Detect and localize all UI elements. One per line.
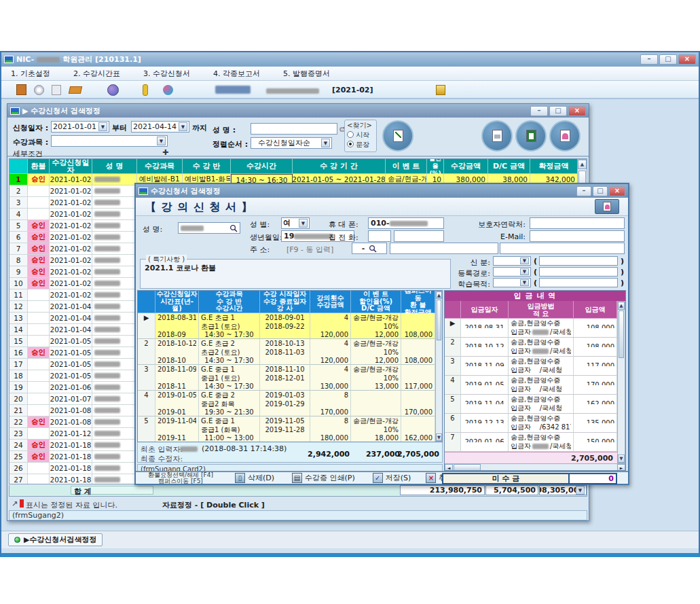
id-field-combo[interactable]: ▼ [493, 278, 531, 287]
postcode-input[interactable]: - [352, 243, 387, 254]
row-number[interactable]: 4 [10, 209, 28, 220]
blurred-student-name[interactable] [92, 266, 137, 278]
payments-cell-sel[interactable]: 3 [445, 357, 461, 376]
print-cert-button[interactable]: ▤수강증 인쇄(P) [292, 473, 355, 483]
row-number[interactable]: 25 [10, 451, 28, 463]
date-from-combo[interactable]: 2021-01-01▼ [51, 121, 109, 132]
enroll-grid-cell-c6[interactable]: 170,000 [401, 391, 435, 416]
enroll-grid-cell-c4[interactable]: 4120,000 [310, 339, 351, 365]
main-grid-header-cell[interactable]: 성 명 [92, 159, 137, 174]
blurred-student-name[interactable] [92, 185, 137, 197]
main-grid-cell-refund[interactable]: 승인 [28, 220, 50, 232]
row-number[interactable]: 6 [10, 232, 28, 243]
main-grid-cell-date[interactable]: 2021-01-04 [50, 301, 92, 313]
row-number[interactable]: 14 [10, 324, 28, 336]
blurred-student-name[interactable] [92, 440, 137, 451]
payments-cell-m[interactable]: 송금,현금영수증입금자/국세청 [509, 338, 574, 357]
main-grid-cell-refund[interactable]: 승인 [28, 451, 50, 463]
menu-item-1[interactable]: 1. 기초설정 [11, 69, 50, 79]
enroll-grid-cell-c1[interactable]: 2019-01-052019-01 [155, 391, 199, 416]
payments-cell-sel[interactable]: ▶ [445, 319, 461, 338]
payments-cell-date[interactable]: 2020-01-06 [461, 433, 509, 452]
blurred-student-name[interactable] [92, 347, 137, 359]
main-grid-cell-date[interactable]: 2021-01-18 [50, 440, 92, 451]
main-grid-cell-date[interactable]: 2021-01-04 [50, 324, 92, 336]
row-number[interactable]: 27 [10, 474, 28, 484]
main-grid-cell-date[interactable]: 2021-01-02 [50, 289, 92, 301]
address-input-1[interactable] [390, 243, 498, 254]
book-icon[interactable] [16, 84, 26, 95]
enroll-grid-cell-sel[interactable]: 5 [138, 416, 155, 442]
popup-close-button[interactable]: × [609, 186, 625, 196]
row-number[interactable]: 17 [10, 359, 28, 370]
payments-scrollbar[interactable]: ▲ ▼ [617, 301, 625, 463]
enroll-grid-cell-c3[interactable]: 2019-11-052019-11-28 [260, 416, 310, 442]
payments-cell-m[interactable]: 송금,현금영수증입금자 /국세청 [509, 376, 574, 395]
main-grid-cell-date[interactable]: 2021-01-05 [50, 359, 92, 370]
search-window-titlebar[interactable]: ▶ 수강신청서 검색정정 – □ × [7, 104, 589, 118]
payments-cell-amt[interactable]: 117,000 [574, 357, 617, 376]
refund-toggle-label[interactable]: 환불요청선택/해제 [F4]캠퍼스이동 [F5] [136, 472, 225, 484]
main-grid-cell-refund[interactable] [28, 301, 50, 313]
payments-cell-date[interactable]: 2018-08-31 [461, 319, 509, 338]
main-grid-cell-refund[interactable] [28, 324, 50, 336]
enroll-grid-cell-c6[interactable]: 108,000 [401, 339, 435, 365]
row-number[interactable]: 12 [10, 301, 28, 313]
app-titlebar[interactable]: NIC- 학원관리 [210131.1] – □ × [1, 52, 699, 67]
main-grid-cell-date[interactable]: 2021-01-05 [50, 347, 92, 359]
main-grid-cell-refund[interactable] [28, 185, 50, 197]
total-combo-arrow[interactable]: ▼ [576, 486, 585, 495]
enroll-grid-cell-c5[interactable] [351, 391, 401, 416]
row-number[interactable]: 20 [10, 393, 28, 405]
payments-cell-sel[interactable]: 5 [445, 395, 461, 414]
main-grid-cell-date[interactable]: 2021-01-08 [50, 405, 92, 416]
enroll-grid-cell-c1[interactable]: 2018-08-312018-09 [155, 313, 199, 339]
id-field-combo[interactable]: ▼ [493, 267, 531, 277]
payments-header-cell[interactable]: 입금방법 적 요 [509, 301, 574, 319]
save-button[interactable]: ✓저장(S) [373, 473, 411, 483]
blurred-student-name[interactable] [92, 209, 137, 220]
main-grid-cell-refund[interactable]: 승인 [28, 266, 50, 278]
globe-icon[interactable] [107, 84, 119, 96]
main-grid-cell-date[interactable]: 2021-01-02 [50, 209, 92, 220]
main-grid-cell-refund[interactable] [28, 209, 50, 220]
row-number[interactable]: 8 [10, 255, 28, 266]
tool-icon[interactable] [436, 85, 445, 95]
app-maximize-button[interactable]: □ [659, 54, 677, 65]
main-grid-header-cell[interactable]: 수강신청일자 [50, 159, 92, 174]
enroll-grid-cell-c5[interactable]: 송금/현금-개강이'10%13,000 [351, 365, 401, 391]
search-close-button[interactable]: × [568, 106, 586, 116]
payments-cell-date[interactable]: 2018-11-09 [461, 357, 509, 376]
main-grid-cell-refund[interactable] [28, 474, 50, 484]
main-grid-header-cell[interactable]: 수 강 기 간 [293, 159, 386, 174]
order-combo[interactable]: 수강신청일자순▼ [251, 137, 332, 149]
row-number[interactable]: 9 [10, 266, 28, 278]
main-grid-cell-date[interactable]: 2021-01-02 [50, 185, 92, 197]
main-grid-cell-refund[interactable] [28, 313, 50, 324]
payments-cell-sel[interactable]: 4 [445, 376, 461, 395]
enroll-grid-cell-c1[interactable]: 2018-11-092018-11 [155, 365, 199, 391]
main-grid-cell-refund[interactable] [28, 428, 50, 440]
id-field-input[interactable] [539, 267, 618, 277]
enroll-grid-cell-c6[interactable]: 108,000 [401, 313, 435, 339]
row-number[interactable]: 15 [10, 336, 28, 347]
id-field-input[interactable] [539, 278, 618, 287]
main-grid-header-cell[interactable]: 이 벤 트 [386, 159, 427, 174]
main-grid-cell-date[interactable]: 2021-01-05 [50, 370, 92, 382]
enroll-grid-cell-c4[interactable]: 4120,000 [310, 313, 351, 339]
blurred-student-name[interactable] [92, 463, 137, 474]
main-grid-cell-date[interactable]: 2021-01-12 [50, 428, 92, 440]
enroll-grid-cell-c4[interactable]: 4130,000 [310, 365, 351, 391]
main-grid-cell-refund[interactable]: 승인 [28, 440, 50, 451]
excel-button[interactable] [515, 120, 547, 152]
main-grid-header-cell[interactable]: 환불 [28, 159, 50, 174]
main-grid-cell-refund[interactable] [28, 359, 50, 370]
popup-titlebar[interactable]: 수강신청서 검색정정 – □ × [136, 184, 628, 198]
enroll-grid-header-cell[interactable]: 수강과목 수 강 반 수강시간 [199, 291, 260, 313]
id-field-input[interactable] [539, 256, 618, 266]
main-grid-cell-date[interactable]: 2021-01-08 [50, 416, 92, 428]
main-grid-cell-date[interactable]: 2021-01-02 [50, 197, 92, 209]
enroll-grid-header-cell[interactable]: 강의횟수 수강금액 [310, 291, 351, 313]
row-number[interactable]: 5 [10, 220, 28, 232]
blurred-student-name[interactable] [92, 428, 137, 440]
